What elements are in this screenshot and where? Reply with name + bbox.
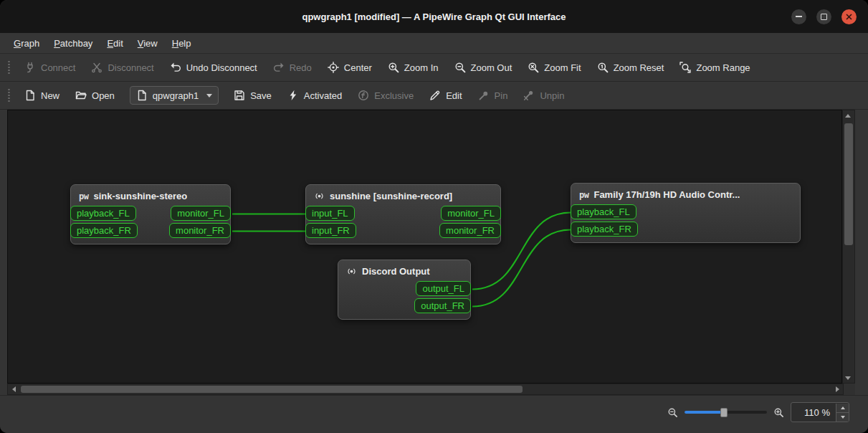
node-header: sunshine [sunshine-record] [306,189,500,206]
horizontal-scrollbar[interactable] [7,384,844,395]
save-label: Save [250,90,272,101]
graph-canvas[interactable]: sink-sunshine-stereo playback_FL playbac… [7,110,842,384]
zoom-out-label: Zoom Out [471,62,512,73]
arrow-right-icon [836,386,839,392]
undo-icon [170,62,181,73]
zoom-fit-icon [528,62,539,73]
unpin-label: Unpin [540,90,564,101]
pipewire-icon [79,191,88,201]
menu-help[interactable]: Help [166,36,198,51]
zoom-controls: 110 % [667,402,849,422]
patchbay-file-combobox[interactable]: qpwgraph1 [130,86,219,105]
zoom-reset-label: Zoom Reset [614,62,664,73]
unpin-button[interactable]: Unpin [515,86,572,105]
exclusive-label: Exclusive [374,90,414,101]
edit-label: Edit [446,90,462,101]
connect-label: Connect [41,62,75,73]
zoom-reset-button[interactable]: Zoom Reset [589,58,672,77]
close-button[interactable] [841,9,857,24]
port-output-fr[interactable]: output_FR [414,298,471,313]
scroll-up-button[interactable] [842,110,854,120]
menu-patchbay[interactable]: Patchbay [47,36,99,51]
open-folder-icon [75,90,87,101]
vertical-scrollbar[interactable] [842,110,855,384]
center-icon [328,62,339,73]
port-playback-fl[interactable]: playback_FL [70,206,136,221]
toolbar-drag-handle[interactable] [7,88,11,103]
menu-graph[interactable]: Graph [7,36,46,51]
maximize-button[interactable] [816,9,831,24]
menu-edit[interactable]: Edit [100,36,129,51]
edit-button[interactable]: Edit [421,86,469,105]
maximize-icon [821,14,827,20]
exclusive-button[interactable]: Exclusive [350,86,421,105]
scroll-down-button[interactable] [842,373,854,383]
toolbar-drag-handle[interactable] [7,60,11,75]
new-button[interactable]: New [16,86,67,105]
zoom-out-mini-icon[interactable] [667,407,678,418]
graph-toolbar: Connect Disconnect Undo Disconnect Redo … [0,54,868,82]
port-monitor-fr[interactable]: monitor_FR [439,223,501,238]
open-label: Open [92,90,115,101]
arrow-left-icon [12,386,16,392]
activated-bolt-icon [287,90,299,101]
zoom-fit-button[interactable]: Zoom Fit [520,58,588,77]
new-label: New [41,90,59,101]
activated-label: Activated [304,90,342,101]
zoom-out-button[interactable]: Zoom Out [447,58,520,77]
undo-disconnect-button[interactable]: Undo Disconnect [162,58,265,77]
save-button[interactable]: Save [226,86,280,105]
redo-button[interactable]: Redo [265,58,320,77]
statusbar: 110 % [0,395,868,433]
menu-view[interactable]: View [131,36,164,51]
port-monitor-fl[interactable]: monitor_FL [171,206,231,221]
node-family-hd-audio[interactable]: Family 17h/19h HD Audio Contr... playbac… [571,183,801,243]
node-header: Discord Output [338,265,470,281]
zoom-out-icon [454,62,466,73]
scrollbar-corner [844,384,855,395]
new-file-icon [24,90,36,101]
port-monitor-fr[interactable]: monitor_FR [169,223,231,238]
pin-button[interactable]: Pin [470,86,516,105]
port-input-fr[interactable]: input_FR [305,223,356,238]
patchbay-file-value: qpwgraph1 [153,90,199,101]
port-monitor-fl[interactable]: monitor_FL [441,206,501,221]
minimize-button[interactable] [791,9,806,24]
scroll-right-button[interactable] [831,384,843,394]
patchbay-toolbar: New Open qpwgraph1 Save Activated Exclus… [0,82,868,110]
disconnect-label: Disconnect [108,62,153,73]
port-playback-fr[interactable]: playback_FR [571,222,638,237]
zoom-fit-label: Zoom Fit [544,62,581,73]
disconnect-button[interactable]: Disconnect [83,58,161,77]
scroll-left-button[interactable] [8,384,19,394]
zoom-in-label: Zoom In [404,62,439,73]
activated-button[interactable]: Activated [280,86,350,105]
arrow-down-icon [845,376,851,380]
port-input-fl[interactable]: input_FL [305,206,355,221]
menubar: Graph Patchbay Edit View Help [0,33,868,54]
node-title: Discord Output [362,266,430,277]
zoom-in-button[interactable]: Zoom In [380,58,447,77]
zoom-spin-up-button[interactable] [836,404,849,412]
node-header: Family 17h/19h HD Audio Contr... [571,188,800,204]
connect-button[interactable]: Connect [16,58,83,77]
arrow-up-icon [845,114,851,118]
zoom-spinbox[interactable]: 110 % [791,402,849,422]
zoom-spin-down-button[interactable] [836,412,849,422]
node-sink-sunshine-stereo[interactable]: sink-sunshine-stereo playback_FL playbac… [70,184,231,244]
arrow-up-icon [841,406,845,409]
node-discord-output[interactable]: Discord Output output_FL output_FR [338,260,471,320]
node-title: Family 17h/19h HD Audio Contr... [593,189,740,200]
zoom-range-button[interactable]: Zoom Range [672,58,758,77]
horizontal-scroll-thumb[interactable] [21,386,523,393]
vertical-scroll-thumb[interactable] [844,123,853,245]
port-playback-fl[interactable]: playback_FL [571,204,636,219]
open-button[interactable]: Open [67,86,123,105]
zoom-slider[interactable] [685,406,767,418]
zoom-in-mini-icon[interactable] [773,407,784,418]
port-output-fl[interactable]: output_FL [416,281,471,296]
node-sunshine-record[interactable]: sunshine [sunshine-record] input_FL inpu… [305,184,501,244]
port-playback-fr[interactable]: playback_FR [70,223,138,238]
zoom-slider-handle[interactable] [720,408,728,417]
center-button[interactable]: Center [320,58,380,77]
